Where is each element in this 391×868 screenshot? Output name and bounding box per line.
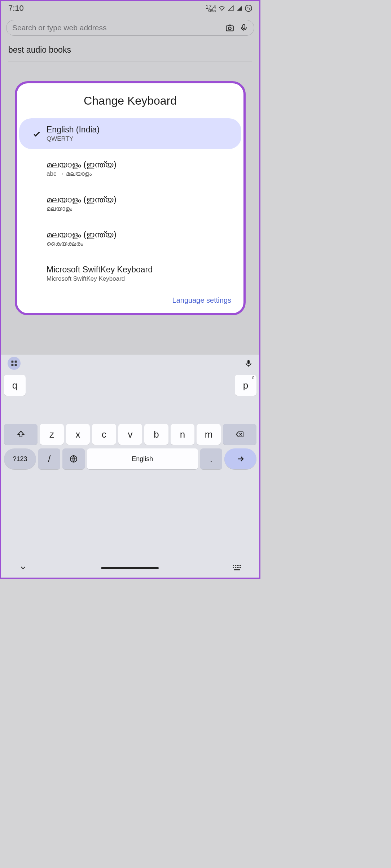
keyboard-option-sub: Microsoft SwiftKey Keyboard xyxy=(47,275,153,282)
keyboard-option-sub: മലയാളം xyxy=(47,205,117,212)
check-icon xyxy=(28,129,45,139)
keyboard-option-sub: കൈയക്ഷരം xyxy=(47,240,117,247)
keyboard-option-name: മലയാളം (ഇന്ത്യ) xyxy=(47,195,117,205)
keyboard-option-sub: QWERTY xyxy=(47,135,100,143)
keyboard-option-name: മലയാളം (ഇന്ത്യ) xyxy=(47,230,117,240)
keyboard-option-malayalam-translit[interactable]: മലയാളം (ഇന്ത്യ) abc → മലയാളം xyxy=(19,153,241,184)
change-keyboard-dialog: Change Keyboard English (India) QWERTY മ… xyxy=(15,81,246,315)
language-settings-link[interactable]: Language settings xyxy=(172,291,243,307)
keyboard-option-malayalam-handwriting[interactable]: മലയാളം (ഇന്ത്യ) കൈയക്ഷരം xyxy=(19,223,241,254)
keyboard-option-sub: abc → മലയാളം xyxy=(47,170,117,177)
keyboard-option-malayalam-native[interactable]: മലയാളം (ഇന്ത്യ) മലയാളം xyxy=(19,188,241,219)
keyboard-option-name: English (India) xyxy=(47,125,100,135)
dialog-title: Change Keyboard xyxy=(17,94,243,108)
keyboard-option-english[interactable]: English (India) QWERTY xyxy=(19,118,241,149)
keyboard-option-swiftkey[interactable]: Microsoft SwiftKey Keyboard Microsoft Sw… xyxy=(19,258,241,289)
keyboard-option-name: Microsoft SwiftKey Keyboard xyxy=(47,265,153,275)
keyboard-option-name: മലയാളം (ഇന്ത്യ) xyxy=(47,160,117,170)
